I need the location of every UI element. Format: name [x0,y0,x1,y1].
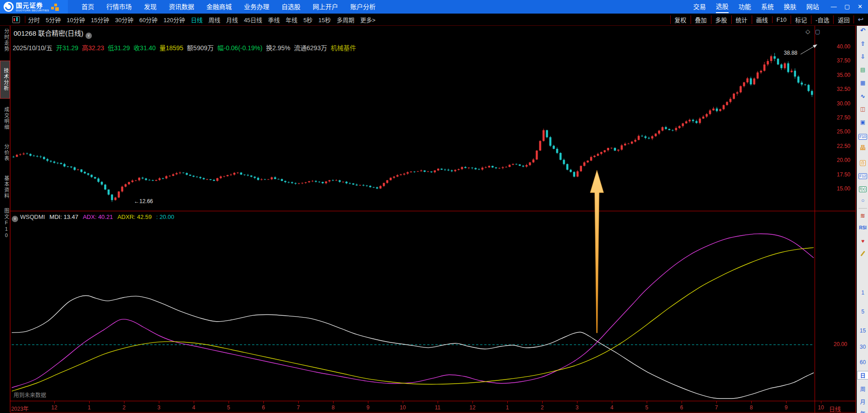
period-年线[interactable]: 年线 [286,15,297,24]
indicator-header: ∨ WSQDMIMDI: 13.47ADX: 40.21ADXR: 42.59:… [12,213,179,222]
period-30分钟[interactable]: 30分钟 [115,15,133,24]
sidebar-tab-图文F10[interactable]: 图文F10 [0,207,10,240]
buy-signal-arrow [590,170,604,333]
toolbar-F10[interactable]: F10 [772,16,791,23]
rail-period-15[interactable]: 15 [857,328,868,334]
down-arrow-icon[interactable]: ⇩ [857,54,868,60]
period-月线[interactable]: 月线 [226,15,238,24]
period-多周期[interactable]: 多周期 [337,15,354,24]
rsi-label[interactable]: RSI [857,226,868,230]
rail-period-month[interactable]: 月 [857,398,868,405]
period-周线[interactable]: 周线 [209,15,220,24]
rail-period-5[interactable]: 5 [857,309,868,315]
rail-period-year[interactable]: 年 [857,409,868,413]
right-menu-item-2[interactable]: 功能 [739,0,751,14]
rail-period-day[interactable]: 日 [857,371,868,380]
period-10分钟[interactable]: 10分钟 [67,15,85,24]
news-icon[interactable]: ▣ [857,119,868,125]
quote-grid-icon[interactable]: ▦ [857,80,868,85]
time-tick [786,401,787,404]
chart-canvas[interactable] [0,0,868,413]
period-45日线[interactable]: 45日线 [244,15,262,24]
time-label-13: 1 [506,404,509,411]
brand-logo[interactable]: 国元证券 GUOYUAN SECURITIES [0,0,68,14]
rail-period-60[interactable]: 60 [857,359,868,366]
close-button[interactable]: ✕ [858,0,863,14]
kline-mini-icon[interactable] [12,16,20,23]
circle-icon[interactable]: ○ [857,198,868,203]
period-日线[interactable]: 日线 [191,15,203,24]
right-menu-item-0[interactable]: 交易 [693,0,706,14]
toolbar-复权[interactable]: 复权 [670,15,691,24]
menu-item-8[interactable]: 账户分析 [350,0,376,14]
time-label-10: 10 [400,404,405,411]
square-marker-icon[interactable]: ▢ [815,28,820,35]
menu-item-7[interactable]: 网上开户 [313,0,338,14]
toolbar-画线[interactable]: 画线 [752,15,772,24]
f12-icon[interactable]: F12 [857,171,868,179]
sidebar-tab-基本资料[interactable]: 基本资料 [0,168,10,206]
heart-icon[interactable]: ♥ [857,238,868,244]
right-menu-item-3[interactable]: 系统 [761,0,774,14]
menu-item-3[interactable]: 资讯数据 [169,0,194,14]
report-list-icon[interactable]: ▤ [857,67,868,72]
minimize-button[interactable]: — [831,0,837,14]
period-5秒[interactable]: 5秒 [303,15,312,24]
period-分时[interactable]: 分时 [28,15,40,24]
rail-period-1[interactable]: 1 [857,290,868,296]
menu-item-6[interactable]: 自选股 [281,0,300,14]
wave-icon[interactable]: ≋ [857,213,868,218]
period-更多>[interactable]: 更多> [360,15,376,24]
right-menu-item-1[interactable]: 选股 [716,0,729,13]
menu-item-2[interactable]: 发现 [144,0,157,14]
indicator-dropdown-icon[interactable]: ∨ [12,216,18,222]
period-5分钟[interactable]: 5分钟 [46,15,61,24]
stock-dropdown-icon[interactable]: ∨ [86,33,92,39]
menu-item-0[interactable]: 首页 [81,0,94,14]
kline-icon[interactable]: ◫ [857,106,868,112]
toolbar-标记[interactable]: 标记 [791,15,811,24]
menu-item-4[interactable]: 金融商城 [206,0,232,14]
line-chart-icon[interactable]: ∿ [857,93,868,99]
time-tick [507,401,508,404]
period-15秒[interactable]: 15秒 [319,15,331,24]
right-menu-item-5[interactable]: 网站 [806,0,819,14]
toolbar-统计[interactable]: 统计 [731,15,752,24]
diamond-marker-icon[interactable]: ◇ [806,28,810,35]
period-60分钟[interactable]: 60分钟 [139,15,157,24]
flowchart-icon[interactable]: 品 [857,145,868,151]
time-tick [194,401,194,404]
info-segment-0: 2025/10/10/五 [13,44,52,52]
sidebar-tab-成交明细[interactable]: 成交明细 [0,100,10,137]
return-icon[interactable]: ↶ [857,27,868,33]
toolbar-back-icon[interactable]: ↩ [854,15,868,24]
up-arrow-icon[interactable]: ⇧ [857,41,868,47]
toolbar-多股[interactable]: 多股 [711,15,731,24]
maximize-button[interactable]: ▢ [844,0,850,14]
time-label-6: 6 [262,404,265,411]
brand-logo-icon [4,2,14,12]
period-120分钟[interactable]: 120分钟 [163,15,185,24]
toolbar-叠加[interactable]: 叠加 [691,15,711,24]
period-季线[interactable]: 季线 [268,15,280,24]
price-label-22.50: 22.50 [815,143,853,149]
zixuan-icon[interactable]: 自 [857,158,868,166]
time-label-0: 12 [51,404,57,411]
sidebar-tab-分时走势[interactable]: 分时走势 [0,21,10,59]
rail-period-week[interactable]: 周 [857,385,868,393]
right-menu-item-4[interactable]: 换肤 [784,0,796,14]
menu-item-5[interactable]: 业务办理 [244,0,269,14]
sidebar-tab-分价表[interactable]: 分价表 [0,138,10,167]
brand-pixels-icon [51,2,60,12]
toolbar--自选[interactable]: -自选 [811,15,833,24]
rail-period-30[interactable]: 30 [857,344,868,350]
period-15分钟[interactable]: 15分钟 [91,15,109,24]
toolbar-返回[interactable]: 返回 [833,15,854,24]
sidebar-tab-技术分析[interactable]: 技术分析 [0,61,10,99]
formula-icon[interactable]: f(x) [857,185,868,192]
high-annotation: 38.88 [784,50,797,56]
time-tick [577,401,577,404]
pencil-icon[interactable] [857,251,868,258]
menu-item-1[interactable]: 行情市场 [106,0,132,14]
f10-icon[interactable]: F10 [857,132,868,140]
